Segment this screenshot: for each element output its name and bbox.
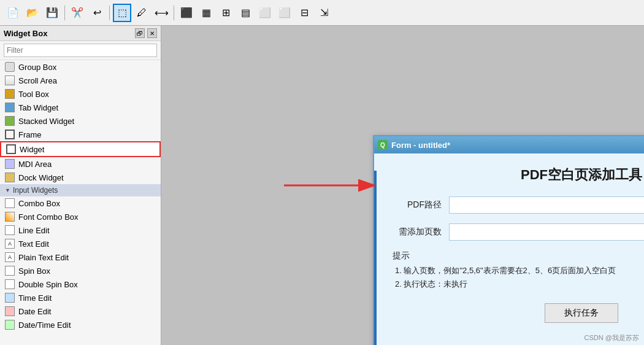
doublespinbox-icon <box>5 279 15 289</box>
list-item-groupbox[interactable]: Group Box <box>0 60 161 74</box>
layout-form-btn[interactable]: ▤ <box>236 4 255 22</box>
mdiarea-icon <box>5 159 15 169</box>
frame-icon <box>5 130 15 139</box>
toolbar: 📄 📂 💾 ✂️ ↩ ⬚ 🖊 ⟷ ⬛ ▦ ⊞ ▤ ⬜ ⬜ ⊟ ⇲ <box>0 0 644 26</box>
canvas-area: Q Form - untitled* — ✕ PDF空白页添加工具 PDF路径 … <box>161 26 644 345</box>
sep3 <box>174 6 174 20</box>
list-item-lineedit[interactable]: Line Edit <box>0 223 161 237</box>
sep1 <box>64 6 65 20</box>
toolbox-label: Tool Box <box>18 90 49 99</box>
break-layout-btn[interactable]: ⊟ <box>295 4 313 22</box>
timeedit-icon <box>5 293 15 303</box>
sep2 <box>109 6 110 20</box>
adjust-size-btn[interactable]: ⇲ <box>315 4 333 22</box>
dockwidget-icon <box>5 172 15 182</box>
list-item-dockwidget[interactable]: Dock Widget <box>0 171 161 184</box>
list-item-widget[interactable]: Widget <box>0 141 161 157</box>
new-btn[interactable]: 📄 <box>4 4 22 22</box>
list-item-doublespinbox[interactable]: Double Spin Box <box>0 277 161 291</box>
scrollarea-icon <box>5 76 15 85</box>
panel-float-btn[interactable]: 🗗 <box>135 28 145 38</box>
undo-btn[interactable]: ↩ <box>88 4 106 22</box>
doublespinbox-label: Double Spin Box <box>18 280 78 289</box>
panel-controls: 🗗 ✕ <box>135 28 157 38</box>
tabwidget-icon <box>5 103 15 112</box>
list-item-timeedit[interactable]: Time Edit <box>0 291 161 304</box>
layout-h-btn[interactable]: ⬛ <box>177 4 196 22</box>
form-app-icon: Q <box>378 140 388 150</box>
layout-v-btn[interactable]: ▦ <box>197 4 215 22</box>
section-label: Input Widgets <box>13 186 58 195</box>
form-title-text: Form - untitled* <box>391 141 644 150</box>
textedit-label: Text Edit <box>18 239 49 249</box>
open-btn[interactable]: 📂 <box>23 4 42 22</box>
main-layout: Widget Box 🗗 ✕ Group Box Scroll Area Too… <box>0 26 644 345</box>
layout-splitter-v-btn[interactable]: ⬜ <box>275 4 294 22</box>
execute-row: 执行任务 <box>393 303 644 323</box>
watermark: CSDN @我是苏苏 <box>585 333 639 343</box>
edit-btn[interactable]: 🖊 <box>132 4 151 22</box>
hint-item-1: 1. 输入页数，例如"2,5,6"表示需要在2、5、6页后面加入空白页 <box>393 264 644 277</box>
arrow-indicator <box>284 173 382 198</box>
form-left-indicator <box>374 171 377 345</box>
pages-input[interactable] <box>449 223 644 241</box>
plaintextedit-icon: A <box>5 252 15 262</box>
filter-bar <box>0 41 161 60</box>
list-item-fontcombobox[interactable]: Font Combo Box <box>0 210 161 223</box>
layout-splitter-h-btn[interactable]: ⬜ <box>256 4 274 22</box>
lineedit-icon <box>5 225 15 235</box>
pdf-path-input[interactable] <box>449 196 644 214</box>
dateedit-icon <box>5 306 15 316</box>
list-item-frame[interactable]: Frame <box>0 128 161 141</box>
toolbox-icon <box>5 89 15 99</box>
widget-panel-title: Widget Box <box>4 29 47 38</box>
list-item-datetimeedit[interactable]: Date/Time Edit <box>0 318 161 331</box>
fontcombo-icon <box>5 212 15 222</box>
form-content: PDF空白页添加工具 PDF路径 输入路径 需添加页数 打开路径 提示 1. 输… <box>374 153 644 345</box>
pages-label: 需添加页数 <box>393 227 442 238</box>
form-main-title: PDF空白页添加工具 <box>393 166 644 184</box>
list-item-mdiarea[interactable]: MDI Area <box>0 157 161 171</box>
widget-list: Group Box Scroll Area Tool Box Tab Widge… <box>0 60 161 345</box>
stackedwidget-icon <box>5 116 15 126</box>
form-window: Q Form - untitled* — ✕ PDF空白页添加工具 PDF路径 … <box>373 135 644 345</box>
panel-close-btn[interactable]: ✕ <box>147 28 157 38</box>
fontcombobox-label: Font Combo Box <box>18 212 79 222</box>
cut-btn[interactable]: ✂️ <box>68 4 86 22</box>
combo-icon <box>5 198 15 208</box>
filter-input[interactable] <box>4 44 157 57</box>
list-item-tabwidget[interactable]: Tab Widget <box>0 101 161 114</box>
section-input-widgets[interactable]: Input Widgets <box>0 184 161 196</box>
pages-row: 需添加页数 打开路径 <box>393 223 644 241</box>
save-btn[interactable]: 💾 <box>43 4 61 22</box>
list-item-dateedit[interactable]: Date Edit <box>0 304 161 318</box>
widget-panel-header: Widget Box 🗗 ✕ <box>0 26 161 41</box>
list-item-scrollarea[interactable]: Scroll Area <box>0 74 161 87</box>
list-item-stackedwidget[interactable]: Stacked Widget <box>0 114 161 128</box>
hint-title: 提示 <box>393 250 644 262</box>
buddy-btn[interactable]: ⟷ <box>152 4 171 22</box>
list-item-plaintextedit[interactable]: A Plain Text Edit <box>0 250 161 264</box>
textedit-icon: A <box>5 239 15 249</box>
spinbox-icon <box>5 266 15 276</box>
execute-btn[interactable]: 执行任务 <box>545 303 618 323</box>
layout-grid-btn[interactable]: ⊞ <box>217 4 235 22</box>
hint-item-2: 2. 执行状态：未执行 <box>393 277 644 291</box>
groupbox-icon <box>5 62 15 72</box>
datetimeedit-icon <box>5 320 15 330</box>
list-item-combobox[interactable]: Combo Box <box>0 196 161 210</box>
form-titlebar: Q Form - untitled* — ✕ <box>374 136 644 153</box>
list-item-spinbox[interactable]: Spin Box <box>0 264 161 277</box>
hint-section: 提示 1. 输入页数，例如"2,5,6"表示需要在2、5、6页后面加入空白页 2… <box>393 250 644 291</box>
list-item-toolbox[interactable]: Tool Box <box>0 87 161 101</box>
select-widget-btn[interactable]: ⬚ <box>113 4 131 22</box>
list-item-textedit[interactable]: A Text Edit <box>0 237 161 250</box>
pdf-path-row: PDF路径 输入路径 <box>393 196 644 214</box>
pdf-path-label: PDF路径 <box>393 200 442 211</box>
widget-icon <box>6 144 16 154</box>
plaintextedit-label: Plain Text Edit <box>18 253 69 262</box>
widget-panel: Widget Box 🗗 ✕ Group Box Scroll Area Too… <box>0 26 161 345</box>
